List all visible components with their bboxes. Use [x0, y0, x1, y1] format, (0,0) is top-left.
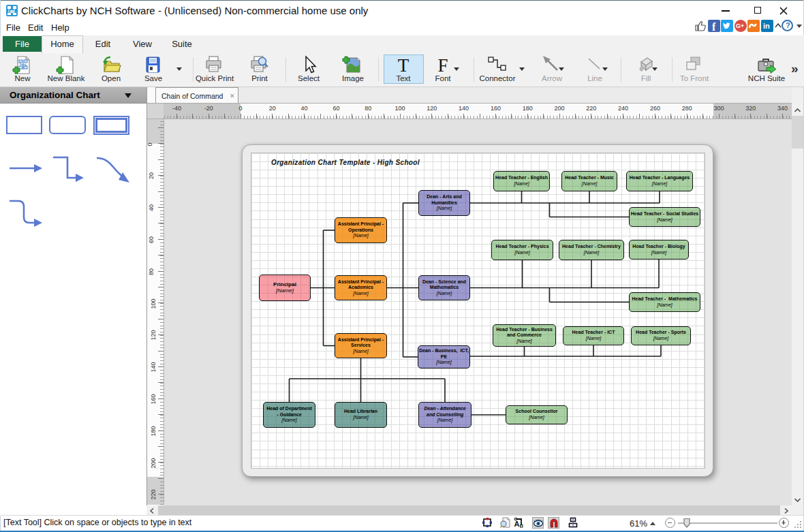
svg-text:A: A	[514, 520, 520, 528]
